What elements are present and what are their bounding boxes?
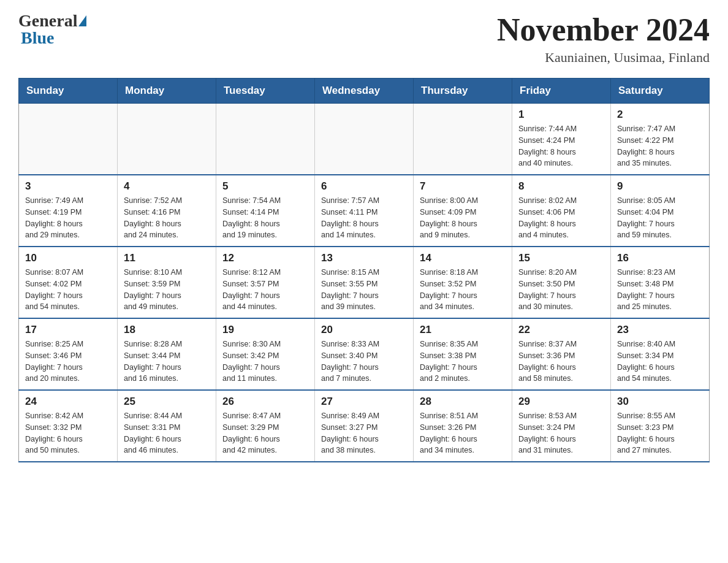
day-number: 6 [321,180,407,193]
day-number: 23 [617,324,703,336]
calendar-cell: 25Sunrise: 8:44 AM Sunset: 3:31 PM Dayli… [118,390,216,462]
day-info: Sunrise: 8:15 AM Sunset: 3:55 PM Dayligh… [321,267,407,313]
day-number: 10 [25,252,111,264]
calendar-cell [118,104,216,175]
day-number: 26 [222,396,308,408]
weekday-header-wednesday: Wednesday [315,79,414,104]
page-header: General Blue November 2024 Kauniainen, U… [18,12,710,66]
day-info: Sunrise: 8:00 AM Sunset: 4:09 PM Dayligh… [420,195,506,241]
day-info: Sunrise: 8:53 AM Sunset: 3:24 PM Dayligh… [518,410,604,456]
day-number: 27 [321,396,407,408]
day-number: 2 [617,109,703,121]
calendar-header-row: SundayMondayTuesdayWednesdayThursdayFrid… [19,79,710,104]
calendar-cell: 5Sunrise: 7:54 AM Sunset: 4:14 PM Daylig… [216,175,315,247]
page-title: November 2024 [497,12,710,47]
calendar-cell: 19Sunrise: 8:30 AM Sunset: 3:42 PM Dayli… [216,318,315,390]
day-number: 12 [222,252,308,264]
weekday-header-sunday: Sunday [19,79,118,104]
weekday-header-tuesday: Tuesday [216,79,315,104]
day-info: Sunrise: 8:25 AM Sunset: 3:46 PM Dayligh… [25,339,111,385]
day-number: 8 [518,180,604,193]
calendar-cell: 1Sunrise: 7:44 AM Sunset: 4:24 PM Daylig… [512,104,611,175]
logo-blue: Blue [21,28,54,47]
day-info: Sunrise: 8:28 AM Sunset: 3:44 PM Dayligh… [124,339,210,385]
calendar-cell: 6Sunrise: 7:57 AM Sunset: 4:11 PM Daylig… [315,175,414,247]
day-number: 28 [420,396,506,408]
calendar-cell: 2Sunrise: 7:47 AM Sunset: 4:22 PM Daylig… [611,104,710,175]
day-info: Sunrise: 8:12 AM Sunset: 3:57 PM Dayligh… [222,267,308,313]
day-number: 30 [617,396,703,408]
calendar-week-3: 10Sunrise: 8:07 AM Sunset: 4:02 PM Dayli… [19,247,710,318]
day-number: 14 [420,252,506,264]
weekday-header-thursday: Thursday [414,79,512,104]
calendar-week-1: 1Sunrise: 7:44 AM Sunset: 4:24 PM Daylig… [19,104,710,175]
calendar-cell [216,104,315,175]
day-number: 15 [518,252,604,264]
day-info: Sunrise: 7:44 AM Sunset: 4:24 PM Dayligh… [518,123,604,169]
day-info: Sunrise: 8:02 AM Sunset: 4:06 PM Dayligh… [518,195,604,241]
weekday-header-saturday: Saturday [611,79,710,104]
calendar-cell [315,104,414,175]
day-info: Sunrise: 8:37 AM Sunset: 3:36 PM Dayligh… [518,339,604,385]
calendar-cell: 8Sunrise: 8:02 AM Sunset: 4:06 PM Daylig… [512,175,611,247]
day-number: 9 [617,180,703,193]
day-number: 19 [222,324,308,336]
calendar-cell: 13Sunrise: 8:15 AM Sunset: 3:55 PM Dayli… [315,247,414,318]
calendar-cell: 24Sunrise: 8:42 AM Sunset: 3:32 PM Dayli… [19,390,118,462]
day-info: Sunrise: 8:07 AM Sunset: 4:02 PM Dayligh… [25,267,111,313]
calendar-cell: 22Sunrise: 8:37 AM Sunset: 3:36 PM Dayli… [512,318,611,390]
day-info: Sunrise: 7:57 AM Sunset: 4:11 PM Dayligh… [321,195,407,241]
calendar-cell: 15Sunrise: 8:20 AM Sunset: 3:50 PM Dayli… [512,247,611,318]
day-info: Sunrise: 7:47 AM Sunset: 4:22 PM Dayligh… [617,123,703,169]
day-info: Sunrise: 7:54 AM Sunset: 4:14 PM Dayligh… [222,195,308,241]
calendar-week-4: 17Sunrise: 8:25 AM Sunset: 3:46 PM Dayli… [19,318,710,390]
day-info: Sunrise: 8:40 AM Sunset: 3:34 PM Dayligh… [617,339,703,385]
day-info: Sunrise: 8:30 AM Sunset: 3:42 PM Dayligh… [222,339,308,385]
day-number: 18 [124,324,210,336]
day-info: Sunrise: 8:18 AM Sunset: 3:52 PM Dayligh… [420,267,506,313]
calendar-week-5: 24Sunrise: 8:42 AM Sunset: 3:32 PM Dayli… [19,390,710,462]
day-number: 11 [124,252,210,264]
calendar-week-2: 3Sunrise: 7:49 AM Sunset: 4:19 PM Daylig… [19,175,710,247]
day-number: 29 [518,396,604,408]
calendar-cell: 16Sunrise: 8:23 AM Sunset: 3:48 PM Dayli… [611,247,710,318]
calendar-cell: 30Sunrise: 8:55 AM Sunset: 3:23 PM Dayli… [611,390,710,462]
calendar-cell [414,104,512,175]
day-number: 3 [25,180,111,193]
day-number: 5 [222,180,308,193]
day-info: Sunrise: 8:47 AM Sunset: 3:29 PM Dayligh… [222,410,308,456]
calendar-cell: 27Sunrise: 8:49 AM Sunset: 3:27 PM Dayli… [315,390,414,462]
calendar-cell: 9Sunrise: 8:05 AM Sunset: 4:04 PM Daylig… [611,175,710,247]
day-number: 17 [25,324,111,336]
day-info: Sunrise: 7:49 AM Sunset: 4:19 PM Dayligh… [25,195,111,241]
weekday-header-monday: Monday [118,79,216,104]
calendar-cell: 29Sunrise: 8:53 AM Sunset: 3:24 PM Dayli… [512,390,611,462]
calendar-cell: 26Sunrise: 8:47 AM Sunset: 3:29 PM Dayli… [216,390,315,462]
calendar-cell: 28Sunrise: 8:51 AM Sunset: 3:26 PM Dayli… [414,390,512,462]
calendar-cell: 10Sunrise: 8:07 AM Sunset: 4:02 PM Dayli… [19,247,118,318]
calendar-cell: 11Sunrise: 8:10 AM Sunset: 3:59 PM Dayli… [118,247,216,318]
day-info: Sunrise: 8:10 AM Sunset: 3:59 PM Dayligh… [124,267,210,313]
calendar-cell: 3Sunrise: 7:49 AM Sunset: 4:19 PM Daylig… [19,175,118,247]
weekday-header-friday: Friday [512,79,611,104]
day-number: 7 [420,180,506,193]
day-info: Sunrise: 8:55 AM Sunset: 3:23 PM Dayligh… [617,410,703,456]
logo-general: General [18,11,77,30]
day-number: 24 [25,396,111,408]
title-section: November 2024 Kauniainen, Uusimaa, Finla… [497,12,710,66]
calendar-cell: 20Sunrise: 8:33 AM Sunset: 3:40 PM Dayli… [315,318,414,390]
calendar-table: SundayMondayTuesdayWednesdayThursdayFrid… [18,78,710,462]
calendar-cell: 18Sunrise: 8:28 AM Sunset: 3:44 PM Dayli… [118,318,216,390]
day-number: 1 [518,109,604,121]
page-subtitle: Kauniainen, Uusimaa, Finland [497,50,710,66]
calendar-cell: 7Sunrise: 8:00 AM Sunset: 4:09 PM Daylig… [414,175,512,247]
day-number: 21 [420,324,506,336]
day-info: Sunrise: 8:33 AM Sunset: 3:40 PM Dayligh… [321,339,407,385]
day-info: Sunrise: 8:35 AM Sunset: 3:38 PM Dayligh… [420,339,506,385]
calendar-cell: 12Sunrise: 8:12 AM Sunset: 3:57 PM Dayli… [216,247,315,318]
day-info: Sunrise: 8:42 AM Sunset: 3:32 PM Dayligh… [25,410,111,456]
day-info: Sunrise: 8:51 AM Sunset: 3:26 PM Dayligh… [420,410,506,456]
day-info: Sunrise: 8:49 AM Sunset: 3:27 PM Dayligh… [321,410,407,456]
day-info: Sunrise: 8:44 AM Sunset: 3:31 PM Dayligh… [124,410,210,456]
calendar-cell: 21Sunrise: 8:35 AM Sunset: 3:38 PM Dayli… [414,318,512,390]
